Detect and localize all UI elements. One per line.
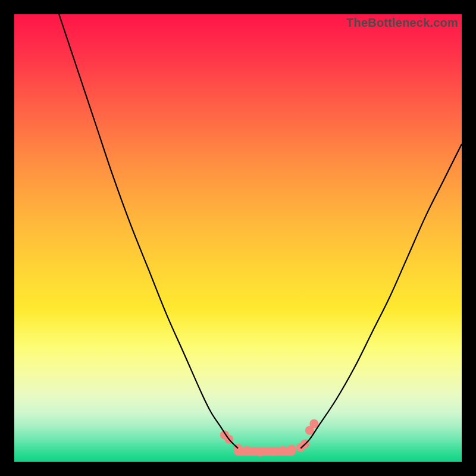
- valley-dot-5: [270, 447, 278, 456]
- chart-svg: [14, 14, 462, 462]
- valley-markers: [220, 419, 318, 456]
- curve-left: [59, 14, 238, 448]
- curve-right: [300, 144, 462, 448]
- valley-dot-3: [243, 446, 252, 455]
- chart-frame: TheBottleneck.com: [14, 14, 462, 462]
- valley-dot-4: [256, 447, 265, 456]
- valley-dot-6: [278, 446, 287, 455]
- watermark-text: TheBottleneck.com: [346, 16, 458, 30]
- valley-dot-7: [287, 444, 296, 453]
